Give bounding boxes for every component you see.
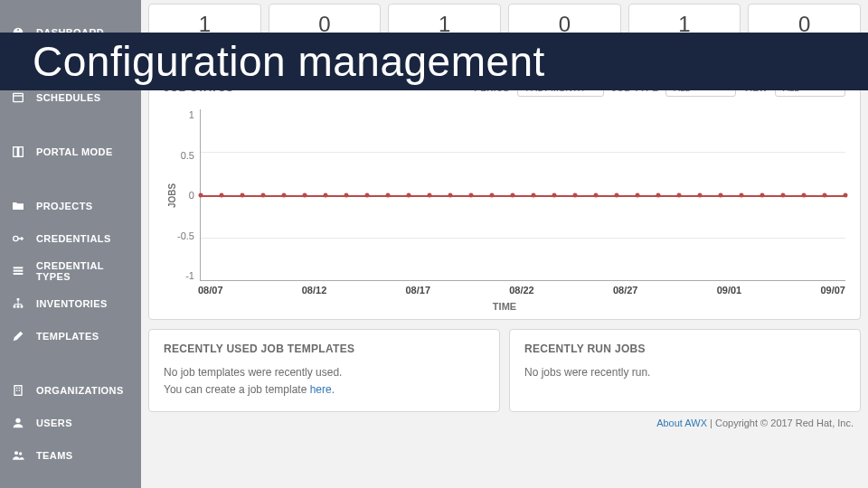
sidebar-item-templates[interactable]: TEMPLATES (0, 320, 141, 352)
pencil-icon (9, 327, 27, 345)
svg-point-18 (15, 418, 20, 423)
x-axis-label: TIME (164, 301, 845, 312)
card-text: No jobs were recently run. (524, 364, 845, 381)
recent-templates-card: RECENTLY USED JOB TEMPLATES No job templ… (148, 329, 500, 412)
sidebar-item-label: SCHEDULES (36, 92, 100, 103)
svg-point-20 (19, 452, 22, 455)
card-text: No job templates were recently used. You… (164, 364, 485, 399)
building-icon (9, 381, 27, 399)
y-ticks: 1 0.5 0 -0.5 -1 (177, 109, 200, 281)
svg-rect-7 (14, 270, 24, 272)
sidebar-item-label: PORTAL MODE (36, 146, 113, 157)
user-icon (9, 414, 27, 432)
recent-jobs-card: RECENTLY RUN JOBS No jobs were recently … (509, 329, 861, 412)
svg-point-19 (14, 451, 18, 455)
x-ticks: 08/07 08/12 08/17 08/22 08/27 09/01 09/0… (198, 285, 845, 296)
schedules-icon (9, 89, 27, 107)
data-series (201, 195, 845, 197)
folder-icon (9, 197, 27, 215)
svg-rect-3 (14, 147, 18, 157)
svg-rect-4 (19, 147, 24, 157)
card-title: RECENTLY USED JOB TEMPLATES (164, 343, 485, 355)
sidebar-item-label: CREDENTIALS (36, 233, 111, 244)
list-icon (9, 262, 27, 280)
slide-title-overlay: Configuration management (0, 33, 868, 90)
svg-rect-6 (14, 267, 24, 268)
sidebar-item-label: TEAMS (36, 450, 73, 461)
job-status-panel: JOB STATUS PERIOD PAST MONTH JOB TYPE AL… (148, 67, 861, 320)
svg-rect-15 (19, 388, 20, 389)
svg-rect-11 (17, 305, 20, 308)
svg-rect-1 (14, 93, 24, 101)
chart: JOBS 1 0.5 0 -0.5 -1 (164, 109, 845, 281)
users-icon (9, 446, 27, 465)
svg-rect-17 (19, 389, 20, 390)
key-icon (9, 230, 27, 248)
svg-rect-10 (14, 305, 16, 308)
svg-rect-13 (14, 386, 22, 396)
sidebar-item-teams[interactable]: TEAMS (0, 439, 141, 472)
plot-area (200, 109, 845, 281)
about-link[interactable]: About AWX (656, 418, 707, 428)
copyright: Copyright © 2017 Red Hat, Inc. (715, 418, 854, 428)
svg-rect-14 (16, 388, 17, 389)
create-template-link[interactable]: here (310, 383, 332, 396)
svg-rect-9 (17, 298, 20, 301)
sitemap-icon (9, 295, 27, 313)
svg-rect-16 (16, 389, 17, 390)
svg-point-5 (14, 236, 18, 240)
sidebar-item-credential-types[interactable]: CREDENTIAL TYPES (0, 255, 141, 287)
svg-rect-8 (14, 273, 24, 275)
sidebar-item-label: CREDENTIAL TYPES (36, 260, 132, 282)
card-title: RECENTLY RUN JOBS (524, 343, 845, 355)
sidebar-item-credentials[interactable]: CREDENTIALS (0, 222, 141, 255)
svg-rect-12 (21, 305, 24, 308)
sidebar-item-portal-mode[interactable]: PORTAL MODE (0, 136, 141, 168)
sidebar-item-label: ORGANIZATIONS (36, 385, 124, 396)
sidebar-item-label: USERS (36, 418, 72, 428)
footer: About AWX | Copyright © 2017 Red Hat, In… (148, 412, 861, 428)
sidebar-item-projects[interactable]: PROJECTS (0, 190, 141, 222)
sidebar-item-label: PROJECTS (36, 201, 93, 211)
sidebar-item-users[interactable]: USERS (0, 407, 141, 439)
y-axis-label: JOBS (164, 109, 177, 281)
portal-icon (9, 143, 27, 161)
sidebar-item-label: INVENTORIES (36, 298, 108, 309)
sidebar-item-organizations[interactable]: ORGANIZATIONS (0, 374, 141, 407)
sidebar-item-inventories[interactable]: INVENTORIES (0, 287, 141, 320)
sidebar-item-label: TEMPLATES (36, 331, 99, 342)
